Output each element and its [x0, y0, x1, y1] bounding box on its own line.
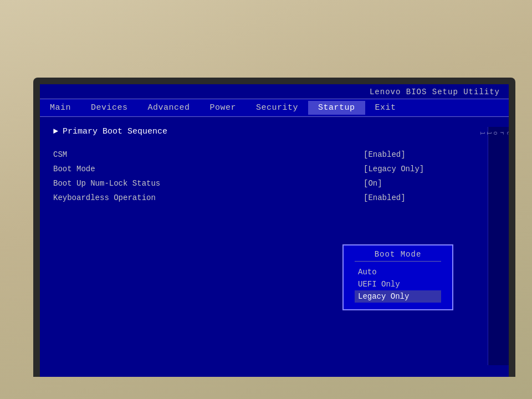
setting-row-csm[interactable]: CSM [Enabled] — [53, 147, 474, 162]
setting-row-bootmode[interactable]: Boot Mode [Legacy Only] — [53, 162, 474, 176]
dropdown-popup: Boot Mode Auto UEFI Only Legacy Only — [342, 244, 453, 310]
setting-row-numlock[interactable]: Boot Up Num-Lock Status [On] — [53, 176, 474, 191]
menu-item-exit[interactable]: Exit — [365, 101, 406, 115]
setting-value-csm: [Enabled] — [364, 150, 474, 159]
bios-title: Lenovo BIOS Setup Utility — [40, 84, 509, 99]
section-title: Primary Boot Sequence — [63, 127, 167, 136]
main-content: ► Primary Boot Sequence CSM [Enabled] Bo… — [40, 127, 488, 365]
menu-bar: Main Devices Advanced Power Security Sta… — [40, 99, 509, 117]
bios-screen: Lenovo BIOS Setup Utility Main Devices A… — [40, 84, 509, 377]
menu-item-devices[interactable]: Devices — [81, 101, 138, 115]
setting-value-numlock: [On] — [364, 179, 474, 188]
setting-row-keyboardless[interactable]: Keyboardless Operation [Enabled] — [53, 191, 474, 205]
menu-item-main[interactable]: Main — [40, 101, 81, 115]
content-area: ► Primary Boot Sequence CSM [Enabled] Bo… — [40, 117, 509, 365]
sidebar-hint-text: Scroll — [479, 131, 509, 136]
bios-title-text: Lenovo BIOS Setup Utility — [370, 88, 500, 96]
setting-name-keyboardless: Keyboardless Operation — [53, 193, 208, 202]
dropdown-item-legacy[interactable]: Legacy Only — [355, 290, 441, 303]
section-header: ► Primary Boot Sequence — [53, 127, 474, 136]
settings-table: CSM [Enabled] Boot Mode [Legacy Only] Bo… — [53, 147, 474, 205]
dropdown-item-uefi[interactable]: UEFI Only — [355, 278, 441, 290]
right-sidebar: Scroll — [488, 127, 509, 365]
menu-item-advanced[interactable]: Advanced — [138, 101, 200, 115]
setting-name-numlock: Boot Up Num-Lock Status — [53, 179, 208, 188]
setting-value-keyboardless: [Enabled] — [364, 193, 474, 202]
monitor-bezel: Lenovo BIOS Setup Utility Main Devices A… — [33, 78, 515, 377]
menu-item-startup[interactable]: Startup — [308, 101, 365, 115]
dropdown-item-auto[interactable]: Auto — [355, 266, 441, 278]
setting-name-csm: CSM — [53, 150, 208, 159]
menu-item-security[interactable]: Security — [246, 101, 308, 115]
setting-name-bootmode: Boot Mode — [53, 165, 208, 173]
section-arrow-icon: ► — [53, 127, 58, 136]
setting-value-bootmode: [Legacy Only] — [364, 165, 474, 173]
dropdown-title: Boot Mode — [355, 250, 441, 262]
menu-item-power[interactable]: Power — [200, 101, 247, 115]
